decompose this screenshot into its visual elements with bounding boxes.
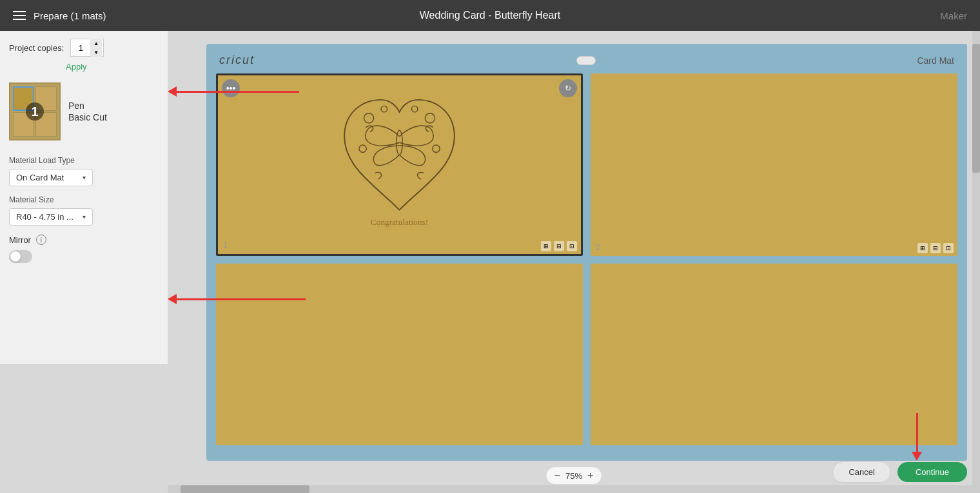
material-load-type-label: Material Load Type <box>9 156 159 165</box>
mat-thumbnail: 1 <box>9 82 61 140</box>
svg-text:Congratulations!: Congratulations! <box>371 217 428 227</box>
mat-grid: ••• ↻ <box>216 73 957 445</box>
size-red-arrow <box>168 294 306 304</box>
mat-cell-2: 2 ⊞ ⊟ ⊡ <box>591 73 957 256</box>
continue-red-arrow <box>912 413 922 461</box>
cell-refresh-btn[interactable]: ↻ <box>559 79 577 97</box>
main-layout: Project copies: 1 ▲ ▼ Apply 1 <box>0 31 980 493</box>
copies-red-arrow <box>168 86 299 97</box>
cancel-button[interactable]: Cancel <box>832 461 890 483</box>
oval-sensor <box>576 56 596 65</box>
card-mat-header: cricut Card Mat <box>216 53 957 67</box>
mat-info: Pen Basic Cut <box>68 101 107 122</box>
spinner-arrows: ▲ ▼ <box>90 39 102 57</box>
scrollbar-right[interactable] <box>972 31 980 493</box>
arrow-head-down-continue <box>912 452 922 461</box>
svg-point-6 <box>411 106 417 111</box>
basic-cut-label: Basic Cut <box>68 112 107 122</box>
material-load-type-dropdown[interactable]: On Card Mat ▾ <box>9 169 93 186</box>
cricut-logo: cricut <box>219 53 255 67</box>
scrollbar-bottom[interactable] <box>168 485 980 493</box>
arrow-line-copies <box>177 91 299 93</box>
svg-point-3 <box>359 145 366 152</box>
app-header: Prepare (1 mats) Wedding Card - Butterfl… <box>0 0 980 31</box>
continue-button[interactable]: Continue <box>897 462 967 482</box>
left-panel: Project copies: 1 ▲ ▼ Apply 1 <box>0 31 168 493</box>
apply-button[interactable]: Apply <box>66 62 87 72</box>
mat-number-badge: 1 <box>26 102 44 121</box>
mat-cell-4 <box>591 264 957 446</box>
arrow-head-left-copies <box>168 86 177 97</box>
project-title: Wedding Card - Butterfly Heart <box>420 10 560 21</box>
mirror-info-icon[interactable]: i <box>36 235 46 245</box>
mat-cell-1: ••• ↻ <box>216 73 583 256</box>
chevron-down-icon: ▾ <box>83 174 86 181</box>
left-panel-bottom <box>0 364 168 493</box>
svg-point-5 <box>381 106 387 111</box>
material-size-value: R40 - 4.75 in ... <box>16 212 74 222</box>
material-load-type-value: On Card Mat <box>16 173 64 182</box>
design-svg: Congratulations! <box>218 75 581 235</box>
material-size-dropdown[interactable]: R40 - 4.75 in ... ▾ <box>9 208 93 226</box>
mat-icon-3[interactable]: ⊡ <box>567 241 577 251</box>
design-overlay: Congratulations! <box>218 75 581 235</box>
project-copies-row: Project copies: 1 ▲ ▼ <box>9 39 159 57</box>
mat-cell-number-2: 2 <box>596 243 600 252</box>
mat-thumbnail-row: 1 Pen Basic Cut <box>9 79 159 144</box>
svg-point-2 <box>425 113 435 123</box>
action-row: Cancel Continue <box>832 461 967 483</box>
canvas-area: cricut Card Mat ••• ↻ <box>168 31 980 493</box>
mat-cell-number-1: 1 <box>223 241 228 250</box>
pen-label: Pen <box>68 101 107 111</box>
project-copies-label: Project copies: <box>9 43 64 53</box>
material-size-label: Material Size <box>9 195 159 204</box>
toggle-knob <box>10 251 21 262</box>
mirror-label: Mirror <box>9 235 31 245</box>
arrow-head-left-size <box>168 294 177 304</box>
mat-icon-5[interactable]: ⊟ <box>930 243 941 253</box>
zoom-bar: − 75% + <box>547 467 602 484</box>
copies-spinner[interactable]: 1 ▲ ▼ <box>70 39 104 57</box>
device-label: Maker <box>940 10 967 21</box>
mat-cell-3 <box>216 264 583 446</box>
mat-icon-1[interactable]: ⊞ <box>541 241 551 251</box>
header-left: Prepare (1 mats) <box>13 10 106 21</box>
prepare-title: Prepare (1 mats) <box>34 10 106 21</box>
menu-icon[interactable] <box>13 11 26 20</box>
copies-up-btn[interactable]: ▲ <box>90 39 102 48</box>
svg-point-4 <box>433 145 440 152</box>
copies-input[interactable]: 1 <box>71 43 90 53</box>
mirror-toggle[interactable] <box>9 250 32 263</box>
chevron-down-icon-2: ▾ <box>83 213 86 220</box>
mat-cell-icons-2: ⊞ ⊟ ⊡ <box>917 243 954 253</box>
card-mat-label: Card Mat <box>917 55 954 66</box>
copies-down-btn[interactable]: ▼ <box>90 48 102 57</box>
mirror-row: Mirror i <box>9 235 159 245</box>
scrollbar-thumb-bottom[interactable] <box>181 485 309 493</box>
mat-cell-icons-1: ⊞ ⊟ ⊡ <box>541 241 577 251</box>
mat-icon-2[interactable]: ⊟ <box>554 241 564 251</box>
arrow-line-size <box>177 298 306 300</box>
mat-icon-6[interactable]: ⊡ <box>943 243 954 253</box>
zoom-in-btn[interactable]: + <box>587 470 593 481</box>
mat-icon-4[interactable]: ⊞ <box>917 243 928 253</box>
arrow-line-continue <box>916 413 918 452</box>
svg-point-1 <box>364 113 374 123</box>
zoom-out-btn[interactable]: − <box>554 470 560 481</box>
zoom-value: 75% <box>565 471 582 481</box>
scrollbar-thumb-right[interactable] <box>972 44 980 173</box>
card-mat-container: cricut Card Mat ••• ↻ <box>206 44 967 461</box>
